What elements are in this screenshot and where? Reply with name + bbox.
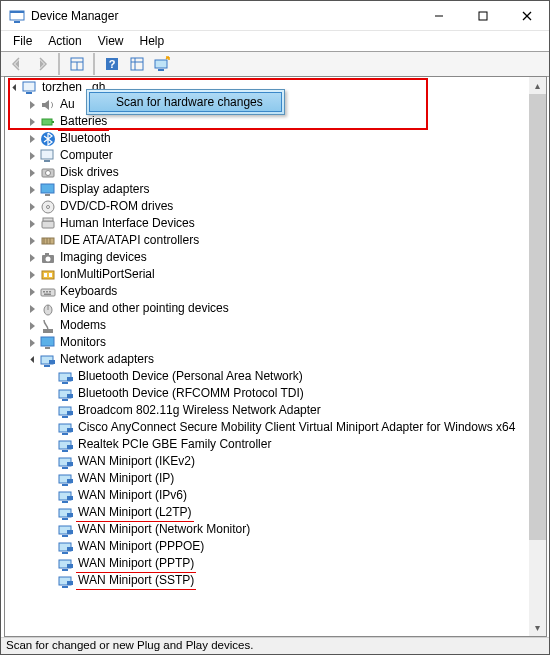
menu-help[interactable]: Help	[132, 32, 173, 50]
svg-rect-87	[67, 547, 73, 551]
svg-rect-26	[41, 184, 54, 193]
tree-item-net-broadcom[interactable]: Broadcom 802.11g Wireless Network Adapte…	[7, 402, 546, 419]
computer-icon	[22, 80, 38, 96]
close-button[interactable]	[505, 1, 549, 30]
minimize-button[interactable]	[417, 1, 461, 30]
tree-label: Imaging devices	[58, 249, 149, 266]
expander-icon[interactable]	[25, 284, 40, 299]
title-bar: Device Manager	[1, 1, 549, 31]
expander-icon[interactable]	[25, 318, 40, 333]
expander-icon[interactable]	[25, 233, 40, 248]
tree-item-net-wan-ikev2[interactable]: WAN Miniport (IKEv2)	[7, 453, 546, 470]
tree-item-net-bt-rfcomm[interactable]: Bluetooth Device (RFCOMM Protocol TDI)	[7, 385, 546, 402]
menu-view[interactable]: View	[90, 32, 132, 50]
expander-icon[interactable]	[25, 165, 40, 180]
tree-item-modems[interactable]: Modems	[7, 317, 546, 334]
svg-rect-93	[67, 581, 73, 585]
expander-icon[interactable]	[25, 97, 40, 112]
expander-icon[interactable]	[25, 335, 40, 350]
tree-item-net-realtek[interactable]: Realtek PCIe GBE Family Controller	[7, 436, 546, 453]
expander-icon[interactable]	[25, 114, 40, 129]
expander-icon[interactable]	[25, 250, 40, 265]
network-icon	[40, 352, 56, 368]
tree-item-ide[interactable]: IDE ATA/ATAPI controllers	[7, 232, 546, 249]
ide-icon	[40, 233, 56, 249]
tree-item-net-wan-ip[interactable]: WAN Miniport (IP)	[7, 470, 546, 487]
svg-rect-4	[479, 12, 487, 20]
svg-rect-77	[62, 501, 68, 503]
tree-label: WAN Miniport (IKEv2)	[76, 453, 197, 470]
svg-rect-63	[67, 411, 73, 415]
tree-item-net-wan-pppoe[interactable]: WAN Miniport (PPPOE)	[7, 538, 546, 555]
tree-item-net-wan-netmon[interactable]: WAN Miniport (Network Monitor)	[7, 521, 546, 538]
view-icon[interactable]	[125, 53, 148, 75]
expander-icon[interactable]	[25, 267, 40, 282]
svg-rect-31	[43, 218, 53, 221]
scroll-track[interactable]	[529, 94, 546, 619]
svg-rect-69	[67, 445, 73, 449]
app-icon	[9, 8, 25, 24]
tree-item-net-cisco[interactable]: Cisco AnyConnect Secure Mobility Client …	[7, 419, 546, 436]
svg-rect-16	[158, 69, 164, 71]
tree-item-net-wan-pptp[interactable]: WAN Miniport (PPTP)	[7, 555, 546, 572]
menu-file[interactable]: File	[5, 32, 40, 50]
tree-label: WAN Miniport (PPPOE)	[76, 538, 206, 555]
tree-label: Bluetooth	[58, 130, 113, 147]
svg-rect-49	[43, 329, 53, 333]
svg-rect-89	[62, 569, 68, 571]
tree-item-mice[interactable]: Mice and other pointing devices	[7, 300, 546, 317]
tree-item-network[interactable]: Network adapters	[7, 351, 546, 368]
expander-icon[interactable]	[25, 216, 40, 231]
svg-rect-83	[62, 535, 68, 537]
tree-item-net-wan-sstp[interactable]: WAN Miniport (SSTP)	[7, 572, 546, 589]
tree-item-bluetooth[interactable]: Bluetooth	[7, 130, 546, 147]
keyboard-icon	[40, 284, 56, 300]
expander-icon[interactable]	[7, 80, 22, 95]
tree-item-imaging[interactable]: Imaging devices	[7, 249, 546, 266]
tree-item-disk[interactable]: Disk drives	[7, 164, 546, 181]
window-title: Device Manager	[31, 9, 417, 23]
display-icon	[40, 182, 56, 198]
svg-rect-22	[41, 150, 53, 159]
device-tree[interactable]: torzhen gh Au Batteries Bluetooth Comput…	[5, 77, 546, 591]
tree-label: DVD/CD-ROM drives	[58, 198, 175, 215]
forward-button[interactable]	[30, 53, 53, 75]
tree-label: WAN Miniport (PPTP)	[76, 555, 196, 573]
tree-item-net-wan-l2tp[interactable]: WAN Miniport (L2TP)	[7, 504, 546, 521]
expander-icon[interactable]	[25, 148, 40, 163]
expander-icon[interactable]	[25, 352, 40, 367]
netadapter-icon	[58, 488, 74, 504]
tree-item-monitors[interactable]: Monitors	[7, 334, 546, 351]
tree-label: WAN Miniport (L2TP)	[76, 504, 194, 522]
scroll-thumb[interactable]	[529, 94, 546, 540]
scroll-up-icon[interactable]: ▴	[529, 77, 546, 94]
help-icon[interactable]: ?	[100, 53, 123, 75]
tree-item-ionmulti[interactable]: IonMultiPortSerial	[7, 266, 546, 283]
svg-rect-78	[67, 496, 73, 500]
tree-label: Cisco AnyConnect Secure Mobility Client …	[76, 419, 517, 436]
scroll-down-icon[interactable]: ▾	[529, 619, 546, 636]
svg-rect-60	[67, 394, 73, 398]
tree-item-computer[interactable]: Computer	[7, 147, 546, 164]
tree-item-keyboards[interactable]: Keyboards	[7, 283, 546, 300]
tree-item-display[interactable]: Display adapters	[7, 181, 546, 198]
tree-item-hid[interactable]: Human Interface Devices	[7, 215, 546, 232]
netadapter-icon	[58, 454, 74, 470]
tree-item-dvd[interactable]: DVD/CD-ROM drives	[7, 198, 546, 215]
tree-item-net-wan-ipv6[interactable]: WAN Miniport (IPv6)	[7, 487, 546, 504]
properties-icon[interactable]	[65, 53, 88, 75]
scrollbar-vertical[interactable]: ▴ ▾	[529, 77, 546, 636]
expander-icon[interactable]	[25, 182, 40, 197]
menu-action[interactable]: Action	[40, 32, 89, 50]
expander-icon[interactable]	[25, 301, 40, 316]
expander-icon[interactable]	[25, 199, 40, 214]
svg-rect-80	[62, 518, 68, 520]
back-button[interactable]	[5, 53, 28, 75]
maximize-button[interactable]	[461, 1, 505, 30]
ctx-scan-hardware[interactable]: Scan for hardware changes	[89, 92, 282, 112]
scan-icon[interactable]	[150, 53, 173, 75]
tree-item-batteries[interactable]: Batteries	[7, 113, 546, 130]
svg-rect-27	[45, 194, 50, 196]
tree-item-net-bt-pan[interactable]: Bluetooth Device (Personal Area Network)	[7, 368, 546, 385]
expander-icon[interactable]	[25, 131, 40, 146]
